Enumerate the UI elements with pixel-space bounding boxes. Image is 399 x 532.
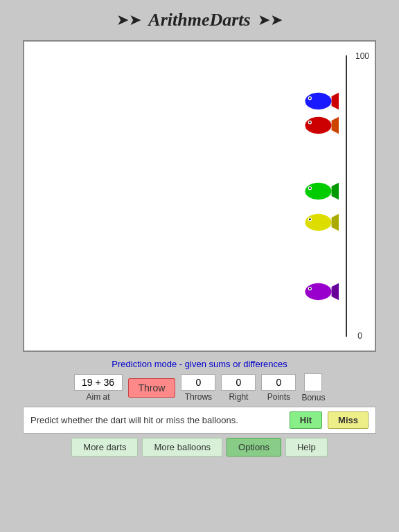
dart-canvas: 100 0 [23,40,376,352]
title-bar: ➤➤ ArithmeDarts ➤➤ [7,7,392,33]
predict-row: Predict whether the dart will hit or mis… [23,407,376,434]
hit-button[interactable]: Hit [290,411,322,429]
blue-balloon [303,90,339,112]
svg-point-0 [305,93,331,109]
throws-label: Throws [185,392,212,402]
red-balloon [303,114,339,136]
yellow-balloon-shape [303,211,339,233]
svg-point-8 [305,183,331,200]
aim-group: 19 + 36 Aim at [74,374,123,402]
more-balloons-button[interactable]: More balloons [142,438,222,456]
svg-marker-1 [332,93,339,109]
svg-point-15 [309,218,311,220]
green-balloon-shape [303,180,339,202]
svg-marker-9 [332,183,339,200]
scale-top-label: 100 [355,51,369,61]
green-balloon [303,180,339,202]
throw-button[interactable]: Throw [128,378,176,398]
bonus-group: Bonus [301,373,325,402]
svg-point-3 [309,97,311,99]
app-title: ArithmeDarts [148,10,250,30]
bottom-buttons: More darts More balloons Options Help [23,438,376,456]
points-label: Points [267,392,290,402]
aim-value: 19 + 36 [74,374,123,391]
svg-marker-17 [332,283,339,300]
throw-row: 19 + 36 Aim at Throw 0 Throws 0 Right 0 … [23,373,376,402]
points-group: 0 Points [261,374,296,402]
arrow-left-icon: ➤➤ [116,11,141,29]
svg-marker-13 [332,214,339,231]
bonus-box [304,373,322,391]
bonus-label: Bonus [301,393,325,402]
aim-label: Aim at [87,392,110,402]
svg-point-16 [305,283,331,300]
arrow-right-icon: ➤➤ [258,11,283,29]
red-balloon-shape [303,114,339,136]
svg-point-7 [309,121,311,123]
app-container: ➤➤ ArithmeDarts ➤➤ 100 0 [0,0,399,532]
right-group: 0 Right [221,374,256,402]
svg-point-19 [309,287,311,290]
mode-label: Prediction mode - given sums or differen… [112,359,287,369]
svg-point-12 [305,214,331,231]
throws-value: 0 [181,374,215,391]
controls-area: Prediction mode - given sums or differen… [23,359,376,456]
right-label: Right [229,392,248,402]
svg-marker-5 [332,117,339,134]
yellow-balloon [303,211,339,233]
svg-point-4 [305,117,331,134]
more-darts-button[interactable]: More darts [71,438,138,456]
blue-balloon-shape [303,90,339,112]
purple-balloon [303,281,339,303]
right-value: 0 [221,374,256,391]
scale-line [346,55,347,337]
predict-text: Predict whether the dart will hit or mis… [30,415,284,425]
scale-bottom-label: 0 [357,331,362,341]
options-button[interactable]: Options [227,438,281,456]
purple-balloon-shape [303,281,339,303]
throws-group: 0 Throws [181,374,215,402]
svg-point-11 [309,187,311,189]
help-button[interactable]: Help [285,438,328,456]
points-value: 0 [261,374,296,391]
miss-button[interactable]: Miss [328,411,369,429]
